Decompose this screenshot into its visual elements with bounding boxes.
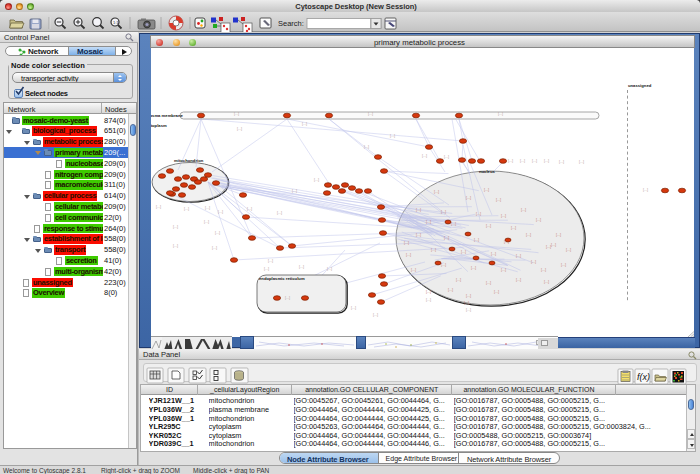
svg-text:[...]: [...] [264, 267, 269, 271]
svg-text:cytoplasm: cytoplasm [151, 123, 167, 128]
svg-text:[...]: [...] [508, 159, 513, 163]
svg-text:[...]: [...] [173, 225, 178, 229]
svg-text:[...]: [...] [426, 298, 431, 302]
svg-text:[...]: [...] [486, 281, 491, 285]
svg-text:[...]: [...] [559, 160, 564, 164]
svg-text:unassigned: unassigned [628, 83, 652, 88]
svg-text:[...]: [...] [532, 159, 537, 163]
svg-text:[...]: [...] [285, 296, 290, 300]
svg-text:[...]: [...] [520, 159, 525, 163]
svg-text:[...]: [...] [546, 245, 551, 249]
svg-text:[...]: [...] [456, 278, 461, 282]
svg-text:[...]: [...] [184, 207, 189, 211]
svg-text:[...]: [...] [531, 260, 536, 264]
svg-text:[...]: [...] [299, 265, 304, 269]
svg-text:[...]: [...] [536, 218, 541, 222]
svg-text:[...]: [...] [494, 290, 499, 294]
svg-text:[...]: [...] [551, 243, 556, 247]
svg-text:[...]: [...] [491, 252, 496, 256]
svg-text:[...]: [...] [466, 196, 471, 200]
svg-text:[...]: [...] [579, 160, 584, 164]
svg-text:[...]: [...] [486, 224, 491, 228]
svg-text:[...]: [...] [501, 214, 506, 218]
svg-text:[...]: [...] [441, 210, 446, 214]
svg-text:[...]: [...] [516, 278, 521, 282]
svg-text:[...]: [...] [451, 222, 456, 226]
svg-text:[...]: [...] [422, 154, 427, 158]
svg-text:[...]: [...] [484, 188, 489, 192]
svg-text:[...]: [...] [212, 246, 217, 250]
svg-text:[...]: [...] [521, 208, 526, 212]
svg-text:[...]: [...] [277, 211, 282, 215]
svg-text:1:1: 1:1 [113, 20, 119, 25]
svg-text:[...]: [...] [215, 231, 220, 235]
svg-text:[...]: [...] [416, 208, 421, 212]
svg-text:[...]: [...] [237, 127, 242, 131]
svg-text:[...]: [...] [441, 263, 446, 267]
svg-text:[...]: [...] [411, 268, 416, 272]
svg-text:[...]: [...] [431, 248, 436, 252]
svg-text:[...]: [...] [416, 233, 421, 237]
svg-text:[...]: [...] [501, 268, 506, 272]
svg-text:[...]: [...] [247, 207, 252, 211]
svg-text:plasma membrane: plasma membrane [151, 113, 183, 118]
svg-text:[...]: [...] [234, 112, 239, 116]
svg-text:[...]: [...] [511, 226, 516, 230]
svg-text:[...]: [...] [544, 159, 549, 163]
svg-text:[...]: [...] [205, 206, 210, 210]
svg-text:[...]: [...] [406, 253, 411, 257]
svg-text:[...]: [...] [434, 190, 439, 194]
svg-text:[...]: [...] [476, 212, 481, 216]
svg-text:mitochondrion: mitochondrion [174, 158, 204, 163]
svg-text:[...]: [...] [541, 268, 546, 272]
svg-text:[...]: [...] [556, 233, 561, 237]
svg-text:[...]: [...] [444, 155, 449, 159]
svg-text:[...]: [...] [498, 112, 503, 116]
svg-text:[...]: [...] [327, 267, 332, 271]
svg-text:[...]: [...] [526, 233, 531, 237]
svg-text:[...]: [...] [461, 250, 466, 254]
svg-text:[...]: [...] [496, 198, 501, 202]
svg-text:[...]: [...] [404, 241, 409, 245]
svg-text:[...]: [...] [268, 259, 273, 263]
svg-text:[...]: [...] [156, 205, 161, 209]
svg-text:[...]: [...] [466, 308, 471, 312]
svg-text:[...]: [...] [474, 238, 479, 242]
svg-text:[...]: [...] [292, 189, 297, 193]
svg-text:[...]: [...] [364, 145, 369, 149]
svg-text:[...]: [...] [464, 301, 469, 305]
svg-text:[...]: [...] [561, 263, 566, 267]
svg-text:[...]: [...] [373, 313, 378, 317]
svg-text:[...]: [...] [643, 188, 648, 192]
svg-text:[...]: [...] [516, 254, 521, 258]
svg-text:[...]: [...] [173, 244, 178, 248]
svg-text:f(x): f(x) [637, 372, 650, 382]
svg-text:[...]: [...] [544, 280, 549, 284]
svg-text:[...]: [...] [426, 220, 431, 224]
svg-text:[...]: [...] [368, 112, 373, 116]
svg-text:[...]: [...] [218, 210, 223, 214]
svg-text:[...]: [...] [466, 294, 471, 298]
svg-text:[...]: [...] [471, 266, 476, 270]
svg-text:[...]: [...] [426, 290, 431, 294]
svg-text:[...]: [...] [302, 122, 307, 126]
svg-text:nucleus: nucleus [479, 169, 495, 174]
svg-text:Search:: Search: [278, 19, 304, 28]
svg-text:endoplasmic reticulum: endoplasmic reticulum [259, 276, 305, 281]
svg-text:[...]: [...] [314, 178, 319, 182]
svg-text:[...]: [...] [566, 248, 571, 252]
svg-text:[...]: [...] [390, 134, 395, 138]
svg-text:[...]: [...] [448, 288, 453, 292]
svg-text:[...]: [...] [444, 236, 449, 240]
svg-text:[...]: [...] [351, 306, 356, 310]
svg-text:[...]: [...] [204, 220, 209, 224]
